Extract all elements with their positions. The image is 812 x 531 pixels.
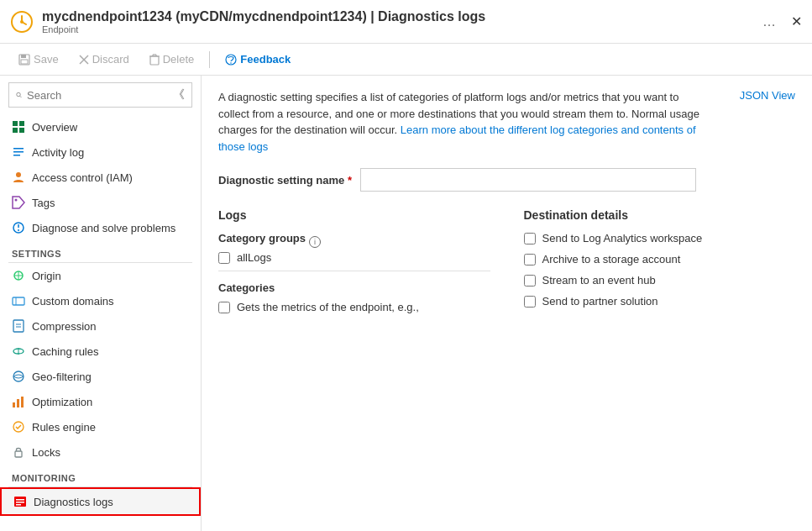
toolbar-separator bbox=[209, 51, 210, 68]
all-logs-label: allLogs bbox=[237, 251, 271, 264]
search-icon bbox=[16, 89, 22, 101]
log-analytics-checkbox[interactable] bbox=[524, 233, 536, 244]
collapse-sidebar-icon[interactable]: 《 bbox=[173, 87, 185, 103]
diagnostics-logs-icon bbox=[13, 495, 27, 508]
svg-rect-38 bbox=[13, 402, 15, 407]
all-logs-checkbox[interactable] bbox=[218, 252, 230, 264]
json-view-link[interactable]: JSON View bbox=[740, 89, 795, 102]
domains-icon bbox=[12, 294, 25, 308]
sidebar-item-locks[interactable]: Locks bbox=[0, 439, 201, 465]
svg-rect-39 bbox=[17, 399, 19, 407]
destination-section: Destination details Send to Log Analytic… bbox=[524, 208, 796, 320]
svg-rect-46 bbox=[16, 504, 21, 506]
close-icon[interactable]: ✕ bbox=[791, 13, 802, 29]
category-item-label: Gets the metrics of the endpoint, e.g., bbox=[237, 301, 419, 313]
sidebar-item-overview[interactable]: Overview bbox=[0, 114, 201, 139]
two-column-layout: Logs Category groups i allLogs Categorie… bbox=[218, 208, 795, 320]
feedback-icon bbox=[225, 54, 237, 66]
search-input[interactable] bbox=[27, 89, 168, 102]
svg-rect-42 bbox=[15, 451, 22, 457]
diagnostic-name-input[interactable] bbox=[360, 168, 696, 192]
category-item-checkbox[interactable] bbox=[218, 302, 230, 313]
sidebar-item-optimization[interactable]: Optimization bbox=[0, 389, 201, 414]
sidebar-item-compression[interactable]: Compression bbox=[0, 313, 201, 339]
sidebar: 《 Overview Activity log Access control (… bbox=[0, 76, 202, 531]
diagnostic-name-row: Diagnostic setting name * bbox=[218, 168, 795, 192]
svg-rect-21 bbox=[13, 151, 24, 153]
header: mycdnendpoint1234 (myCDN/mycdnendpoint12… bbox=[0, 0, 812, 44]
svg-point-27 bbox=[18, 229, 19, 231]
delete-icon bbox=[149, 54, 160, 66]
rules-icon bbox=[12, 420, 25, 434]
categories-label: Categories bbox=[218, 281, 490, 294]
more-options-icon[interactable]: … bbox=[762, 14, 776, 29]
partner-solution-label: Send to partner solution bbox=[542, 295, 658, 308]
svg-rect-20 bbox=[13, 148, 24, 150]
svg-point-1 bbox=[20, 20, 24, 24]
storage-account-checkbox[interactable] bbox=[524, 254, 536, 266]
svg-point-23 bbox=[16, 172, 21, 177]
save-icon bbox=[18, 54, 30, 66]
storage-account-label: Archive to a storage account bbox=[542, 253, 681, 266]
svg-point-13 bbox=[230, 62, 232, 64]
sidebar-item-origin[interactable]: Origin bbox=[0, 263, 201, 288]
settings-section-label: Settings bbox=[0, 240, 201, 262]
event-hub-checkbox[interactable] bbox=[524, 275, 536, 287]
destination-title: Destination details bbox=[524, 208, 796, 222]
delete-button[interactable]: Delete bbox=[141, 49, 203, 70]
svg-point-37 bbox=[13, 371, 24, 381]
sidebar-item-tags[interactable]: Tags bbox=[0, 190, 201, 215]
header-title-block: mycdnendpoint1234 (myCDN/mycdnendpoint12… bbox=[42, 9, 754, 34]
sidebar-item-custom-domains[interactable]: Custom domains bbox=[0, 288, 201, 313]
sidebar-item-diagnostics-logs[interactable]: Diagnostics logs bbox=[0, 487, 201, 516]
content-area: A diagnostic setting specifies a list of… bbox=[202, 76, 812, 531]
sidebar-item-caching[interactable]: Caching rules bbox=[0, 339, 201, 364]
description-text: A diagnostic setting specifies a list of… bbox=[218, 89, 705, 155]
svg-rect-45 bbox=[16, 502, 24, 503]
partner-solution-checkbox[interactable] bbox=[524, 296, 536, 308]
endpoint-icon bbox=[10, 10, 34, 34]
svg-rect-7 bbox=[150, 56, 159, 65]
sidebar-item-activity-log[interactable]: Activity log bbox=[0, 139, 201, 165]
event-hub-row: Stream to an event hub bbox=[524, 274, 796, 287]
required-marker: * bbox=[348, 174, 352, 187]
svg-rect-22 bbox=[13, 155, 20, 156]
tags-icon bbox=[12, 196, 25, 209]
sidebar-item-diagnose[interactable]: Diagnose and solve problems bbox=[0, 215, 201, 240]
storage-account-row: Archive to a storage account bbox=[524, 253, 796, 266]
search-box[interactable]: 《 bbox=[8, 82, 192, 108]
category-groups-header: Category groups i bbox=[218, 232, 490, 251]
field-label: Diagnostic setting name * bbox=[218, 174, 352, 187]
svg-point-24 bbox=[15, 199, 18, 202]
compression-icon bbox=[12, 319, 25, 333]
logs-divider bbox=[218, 271, 490, 271]
category-groups-label: Category groups bbox=[218, 232, 306, 244]
discard-button[interactable]: Discard bbox=[71, 49, 138, 70]
page-subtitle: Endpoint bbox=[42, 24, 754, 34]
feedback-button[interactable]: Feedback bbox=[217, 49, 299, 70]
svg-rect-31 bbox=[13, 297, 24, 305]
sidebar-item-iam[interactable]: Access control (IAM) bbox=[0, 165, 201, 190]
caching-icon bbox=[12, 344, 25, 358]
save-button[interactable]: Save bbox=[10, 49, 67, 70]
svg-rect-4 bbox=[21, 60, 28, 64]
log-analytics-label: Send to Log Analytics workspace bbox=[542, 232, 703, 244]
page-title: mycdnendpoint1234 (myCDN/mycdnendpoint12… bbox=[42, 9, 754, 24]
locks-icon bbox=[12, 445, 25, 459]
svg-line-15 bbox=[20, 96, 22, 97]
optimization-icon bbox=[12, 395, 25, 408]
iam-icon bbox=[12, 171, 25, 184]
all-logs-checkbox-row: allLogs bbox=[218, 251, 490, 264]
info-icon[interactable]: i bbox=[309, 236, 321, 248]
main-layout: 《 Overview Activity log Access control (… bbox=[0, 76, 812, 531]
sidebar-item-rules-engine[interactable]: Rules engine bbox=[0, 414, 201, 439]
logs-title: Logs bbox=[218, 208, 490, 222]
svg-point-14 bbox=[17, 92, 21, 97]
toolbar: Save Discard Delete Feedback bbox=[0, 44, 812, 76]
origin-icon bbox=[12, 269, 25, 282]
categories-section: Categories Gets the metrics of the endpo… bbox=[218, 281, 490, 313]
event-hub-label: Stream to an event hub bbox=[542, 274, 656, 287]
svg-rect-40 bbox=[21, 397, 24, 407]
discard-icon bbox=[79, 55, 89, 65]
sidebar-item-geo[interactable]: Geo-filtering bbox=[0, 364, 201, 389]
